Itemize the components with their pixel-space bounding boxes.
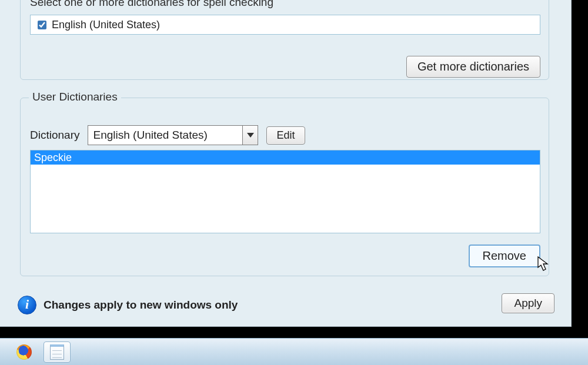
user-dictionaries-groupbox: User Dictionaries Dictionary English (Un… xyxy=(20,98,549,276)
spellcheck-groupbox: Select one or more dictionaries for spel… xyxy=(20,0,549,80)
taskbar xyxy=(0,338,588,365)
edit-button[interactable]: Edit xyxy=(266,126,305,145)
chevron-down-icon xyxy=(242,126,258,145)
notepad-icon xyxy=(50,344,64,360)
dictionary-select-label: Dictionary xyxy=(30,129,79,142)
user-word-list[interactable]: Speckie xyxy=(30,150,540,233)
apply-button[interactable]: Apply xyxy=(502,293,554,313)
dictionary-select-row: Dictionary English (United States) Edit xyxy=(30,125,305,145)
firefox-icon xyxy=(16,344,32,360)
info-text: Changes apply to new windows only xyxy=(44,299,238,312)
dictionary-checklist: English (United States) xyxy=(30,15,540,35)
settings-window: Select one or more dictionaries for spel… xyxy=(0,0,572,327)
list-item[interactable]: Speckie xyxy=(31,150,540,165)
dictionary-select-value: English (United States) xyxy=(88,129,242,142)
taskbar-item-firefox[interactable] xyxy=(11,341,38,363)
spellcheck-instruction: Select one or more dictionaries for spel… xyxy=(30,0,273,9)
dictionary-label: English (United States) xyxy=(52,19,160,31)
get-more-dictionaries-button[interactable]: Get more dictionaries xyxy=(406,56,540,78)
remove-button[interactable]: Remove xyxy=(469,245,540,267)
dictionary-select[interactable]: English (United States) xyxy=(88,125,258,145)
taskbar-item-notepad[interactable] xyxy=(44,341,71,363)
svg-marker-0 xyxy=(247,133,254,138)
info-icon: i xyxy=(18,296,36,314)
dictionary-checkbox[interactable] xyxy=(38,21,46,29)
info-strip: i Changes apply to new windows only xyxy=(18,296,238,314)
user-dictionaries-legend: User Dictionaries xyxy=(29,91,121,103)
